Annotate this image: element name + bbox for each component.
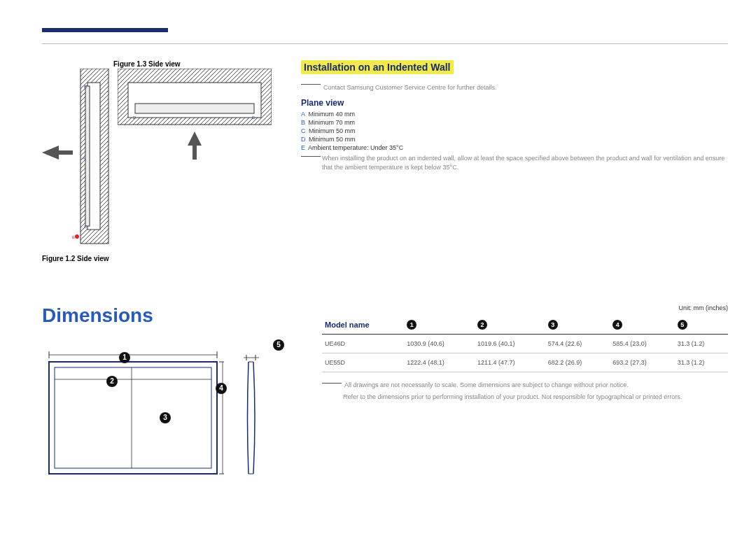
figure-1-2-diagram: B A C E — [42, 69, 112, 251]
svg-text:C: C — [84, 225, 88, 229]
dimensions-table-col: Unit: mm (inches) Model name 1 2 3 4 5 U… — [322, 304, 728, 481]
marker-1: 1 — [119, 352, 130, 363]
spec-b: B Minimum 70 mm — [301, 119, 728, 126]
figure-1-2-label: Figure 1.2 Side view — [42, 255, 273, 262]
spec-e: E Ambient temperature: Under 35°C — [301, 144, 728, 151]
marker-3: 3 — [160, 412, 171, 423]
table-row: UE55D 1222.4 (48.1) 1211.4 (47.7) 682.2 … — [322, 353, 728, 372]
contact-note: Contact Samsung Customer Service Centre … — [301, 80, 728, 92]
side-view-diagram — [238, 348, 266, 481]
upper-section: Figure 1.3 Side view B A C E — [42, 60, 728, 262]
plane-view-heading: Plane view — [301, 98, 728, 108]
svg-marker-8 — [42, 146, 73, 160]
svg-text:B: B — [84, 85, 87, 89]
marker-4: 4 — [216, 383, 227, 394]
svg-marker-14 — [188, 132, 202, 160]
svg-point-7 — [75, 234, 79, 239]
svg-rect-2 — [85, 86, 90, 226]
svg-text:E: E — [72, 235, 75, 239]
footnote-b: Refer to the dimensions prior to perform… — [322, 393, 728, 402]
svg-text:D: D — [133, 115, 136, 120]
spec-d: D Minimum 50 mm — [301, 136, 728, 143]
dimensions-table: Model name 1 2 3 4 5 UE46D 1030.9 (40.6)… — [322, 316, 728, 372]
dimensions-title: Dimensions — [42, 304, 301, 327]
unit-label: Unit: mm (inches) — [322, 304, 728, 311]
svg-rect-11 — [135, 104, 254, 113]
th-4: 4 — [610, 316, 675, 335]
footnote-a: All drawings are not necessarily to scal… — [322, 381, 728, 390]
th-5: 5 — [675, 316, 728, 335]
spec-c: C Minimum 50 mm — [301, 127, 728, 134]
front-view-diagram — [42, 348, 224, 481]
marker-2: 2 — [106, 376, 118, 387]
page-root: Figure 1.3 Side view B A C E — [0, 0, 756, 495]
table-row: UE46D 1030.9 (40.6) 1019.6 (40.1) 574.4 … — [322, 335, 728, 353]
figure-1-3-diagram: D D — [118, 69, 272, 167]
dimensions-drawing: 1 2 3 4 5 — [42, 348, 301, 481]
top-rule — [42, 43, 728, 44]
indented-wall-section: Installation on an Indented Wall Contact… — [301, 60, 728, 262]
figure-1-3-label: Figure 1.3 Side view — [113, 60, 181, 68]
dimensions-drawing-col: Dimensions — [42, 304, 301, 481]
svg-text:D: D — [252, 115, 255, 120]
svg-text:A: A — [83, 156, 85, 160]
th-2: 2 — [475, 316, 545, 335]
th-model: Model name — [322, 316, 404, 335]
svg-rect-16 — [55, 367, 211, 468]
figure-column: Figure 1.3 Side view B A C E — [42, 60, 273, 262]
marker-5: 5 — [273, 339, 284, 351]
indented-wall-heading: Installation on an Indented Wall — [301, 60, 454, 74]
spec-a: A Minimum 40 mm — [301, 111, 728, 118]
diagram-row: B A C E D D — [42, 69, 273, 251]
lower-section: Dimensions — [42, 304, 728, 481]
th-3: 3 — [545, 316, 610, 335]
th-1: 1 — [404, 316, 475, 335]
install-note: When installing the product on an indent… — [301, 154, 728, 171]
accent-bar — [42, 28, 168, 32]
